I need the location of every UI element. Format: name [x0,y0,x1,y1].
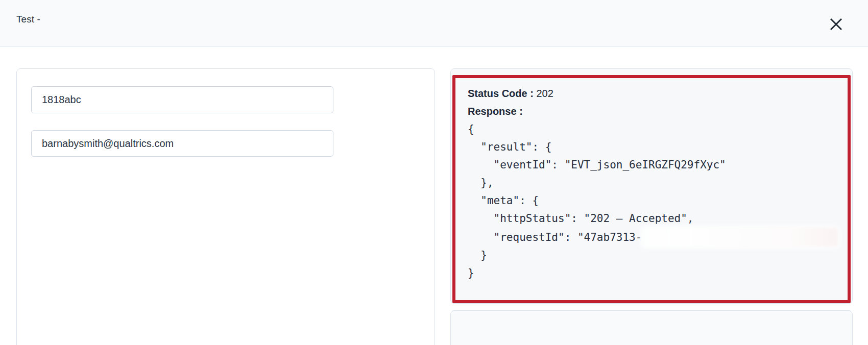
response-json: { "result": { "eventId": "EVT_json_6eIRG… [468,120,835,282]
response-highlight-box: Status Code : 202 Response : { "result":… [452,75,851,303]
response-panel: Status Code : 202 Response : { "result":… [450,68,853,304]
json-line: }, [468,174,835,192]
status-code-value: 202 [534,88,553,99]
modal-title: Test - [16,14,40,25]
test-form-panel [16,68,435,345]
json-line: } [468,247,835,264]
json-line: "eventId": "EVT_json_6eIRGZFQ29fXyc" [468,156,835,174]
json-line: "httpStatus": "202 – Accepted", [468,210,835,228]
modal-header: Test - [0,0,868,47]
close-button[interactable] [824,12,848,36]
email-field[interactable] [31,130,333,157]
response-secondary-box [450,310,853,345]
response-label-line: Response : [468,103,835,120]
close-icon [829,17,843,31]
json-line: "requestId": "47ab7313- [468,228,835,247]
status-code-label: Status Code : [468,88,534,99]
json-line: { [468,120,835,138]
status-code-line: Status Code : 202 [468,85,835,103]
json-line: "meta": { [468,192,835,210]
response-label: Response : [468,106,523,117]
test-modal: { "modal": { "title": "Test -" }, "form"… [0,0,868,345]
json-line: "result": { [468,138,835,156]
redacted-blur [643,228,838,247]
external-data-reference-input[interactable] [31,86,333,113]
json-line: } [468,264,835,282]
